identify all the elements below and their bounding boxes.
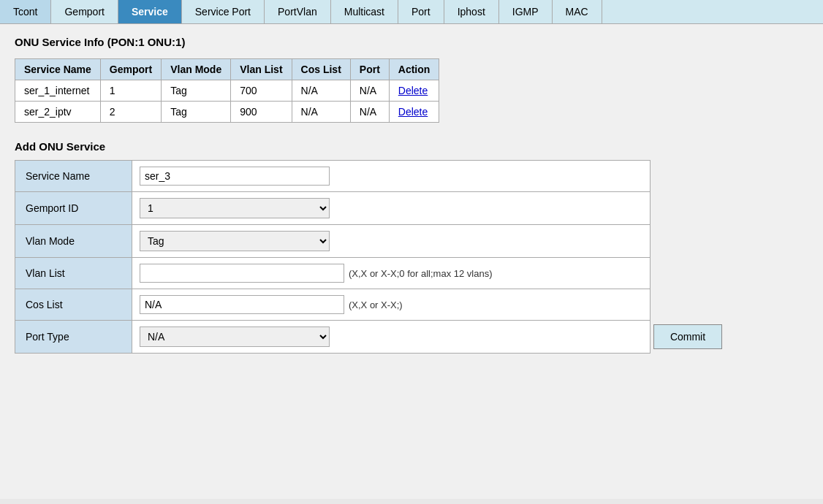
table-row: ser_2_iptv 2 Tag 900 N/A N/A Delete bbox=[15, 102, 439, 123]
form-row-port-type: Port Type N/A ETH VOIP bbox=[15, 321, 650, 353]
tab-service-port[interactable]: Service Port bbox=[182, 0, 265, 23]
col-header-vlan-mode: Vlan Mode bbox=[162, 59, 231, 80]
delete-link-1[interactable]: Delete bbox=[398, 85, 428, 96]
cell-gemport-1: 1 bbox=[100, 80, 161, 102]
form-row-gemport-id: Gemport ID 1 2 3 4 bbox=[15, 192, 650, 225]
value-vlan-mode: Tag Transparent Stack bbox=[132, 225, 650, 257]
col-header-vlan-list: Vlan List bbox=[231, 59, 292, 80]
cell-vlan-list-2: 900 bbox=[231, 102, 292, 123]
label-gemport-id: Gemport ID bbox=[15, 192, 132, 224]
commit-button[interactable]: Commit bbox=[653, 324, 722, 349]
tab-service[interactable]: Service bbox=[118, 0, 182, 23]
cell-port-1: N/A bbox=[350, 80, 389, 102]
tab-port[interactable]: Port bbox=[398, 0, 444, 23]
form-row-service-name: Service Name bbox=[15, 161, 650, 192]
gemport-id-select[interactable]: 1 2 3 4 bbox=[140, 198, 330, 218]
tab-portvlan[interactable]: PortVlan bbox=[265, 0, 331, 23]
delete-link-2[interactable]: Delete bbox=[398, 106, 428, 118]
label-vlan-mode: Vlan Mode bbox=[15, 225, 132, 257]
cell-vlan-list-1: 700 bbox=[231, 80, 292, 102]
main-content: ONU Service Info (PON:1 ONU:1) Service N… bbox=[0, 24, 823, 499]
service-info-table: Service Name Gemport Vlan Mode Vlan List… bbox=[15, 58, 439, 123]
col-header-cos-list: Cos List bbox=[292, 59, 350, 80]
cell-vlan-mode-1: Tag bbox=[162, 80, 231, 102]
vlan-list-hint: (X,X or X-X;0 for all;max 12 vlans) bbox=[349, 268, 493, 279]
tab-iphost[interactable]: Iphost bbox=[444, 0, 499, 23]
cell-cos-list-2: N/A bbox=[292, 102, 350, 123]
cell-service-name-1: ser_1_internet bbox=[15, 80, 101, 102]
cell-vlan-mode-2: Tag bbox=[162, 102, 231, 123]
vlan-list-input[interactable] bbox=[140, 264, 344, 283]
cell-gemport-2: 2 bbox=[100, 102, 161, 123]
value-service-name bbox=[132, 161, 650, 191]
form-row-vlan-mode: Vlan Mode Tag Transparent Stack bbox=[15, 225, 650, 258]
cell-service-name-2: ser_2_iptv bbox=[15, 102, 101, 123]
label-cos-list: Cos List bbox=[15, 289, 132, 320]
value-vlan-list: (X,X or X-X;0 for all;max 12 vlans) bbox=[132, 258, 650, 289]
port-type-select[interactable]: N/A ETH VOIP bbox=[140, 327, 330, 347]
tab-gemport[interactable]: Gemport bbox=[51, 0, 118, 23]
cell-action-2[interactable]: Delete bbox=[389, 102, 439, 123]
tab-tcont[interactable]: Tcont bbox=[0, 0, 51, 23]
value-gemport-id: 1 2 3 4 bbox=[132, 192, 650, 224]
form-row-vlan-list: Vlan List (X,X or X-X;0 for all;max 12 v… bbox=[15, 258, 650, 289]
cell-port-2: N/A bbox=[350, 102, 389, 123]
tab-igmp[interactable]: IGMP bbox=[499, 0, 553, 23]
form-row-cos-list: Cos List (X,X or X-X;) bbox=[15, 289, 650, 321]
col-header-action: Action bbox=[389, 59, 439, 80]
label-service-name: Service Name bbox=[15, 161, 132, 191]
service-name-input[interactable] bbox=[140, 167, 330, 186]
tab-mac[interactable]: MAC bbox=[553, 0, 602, 23]
value-cos-list: (X,X or X-X;) bbox=[132, 289, 650, 320]
value-port-type: N/A ETH VOIP bbox=[132, 321, 650, 353]
cos-list-input[interactable] bbox=[140, 295, 344, 314]
tab-multicast[interactable]: Multicast bbox=[331, 0, 398, 23]
col-header-gemport: Gemport bbox=[100, 59, 161, 80]
cell-action-1[interactable]: Delete bbox=[389, 80, 439, 102]
add-section-title: Add ONU Service bbox=[15, 140, 808, 153]
col-header-port: Port bbox=[350, 59, 389, 80]
cos-list-hint: (X,X or X-X;) bbox=[349, 299, 403, 310]
vlan-mode-select[interactable]: Tag Transparent Stack bbox=[140, 231, 330, 251]
info-section-title: ONU Service Info (PON:1 ONU:1) bbox=[15, 36, 808, 48]
cell-cos-list-1: N/A bbox=[292, 80, 350, 102]
label-port-type: Port Type bbox=[15, 321, 132, 353]
label-vlan-list: Vlan List bbox=[15, 258, 132, 289]
add-service-form: Service Name Gemport ID 1 2 3 4 Vlan Mod… bbox=[15, 160, 651, 354]
tab-bar: Tcont Gemport Service Service Port PortV… bbox=[0, 0, 823, 24]
table-row: ser_1_internet 1 Tag 700 N/A N/A Delete bbox=[15, 80, 439, 102]
col-header-service-name: Service Name bbox=[15, 59, 101, 80]
